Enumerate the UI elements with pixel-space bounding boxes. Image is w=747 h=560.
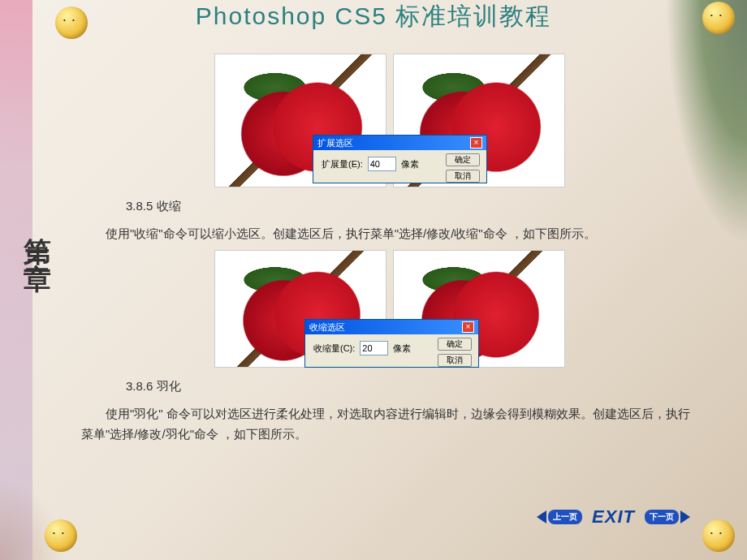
page-title: Photoshop CS5 标准培训教程 — [0, 0, 747, 33]
contract-dialog: 收缩选区 × 收缩量(C): 像素 确定 取消 — [304, 319, 479, 368]
contract-amount-label: 收缩量(C): — [313, 342, 355, 355]
emoji-icon — [702, 519, 735, 552]
exit-button[interactable]: EXIT — [592, 506, 635, 528]
section-386: 3.8.6 羽化 使用"羽化" 命令可以对选区进行柔化处理，对选取内容进行编辑时… — [81, 376, 698, 445]
dialog-titlebar: 扩展选区 × — [313, 136, 486, 150]
dialog-title-text: 收缩选区 — [309, 321, 345, 334]
dialog-buttons: 确定 取消 — [438, 338, 472, 367]
dialog-titlebar: 收缩选区 × — [305, 320, 478, 334]
expand-amount-label: 扩展量(E): — [322, 158, 363, 170]
expand-dialog: 扩展选区 × 扩展量(E): 像素 确定 取消 — [313, 135, 487, 183]
emoji-icon — [55, 6, 88, 39]
arrow-right-icon — [680, 510, 690, 523]
close-icon[interactable]: × — [470, 137, 482, 149]
ok-button[interactable]: 确定 — [446, 153, 480, 166]
section-heading-386: 3.8.6 羽化 — [126, 376, 698, 397]
section-385: 3.8.5 收缩 使用"收缩"命令可以缩小选区。创建选区后，执行菜单"选择/修改… — [81, 196, 698, 243]
next-label: 下一页 — [645, 510, 679, 524]
image-row-expand: 扩展选区 × 扩展量(E): 像素 确定 取消 — [81, 54, 698, 187]
expand-amount-input[interactable] — [368, 157, 396, 171]
emoji-icon — [45, 519, 77, 552]
main-content: 扩展选区 × 扩展量(E): 像素 确定 取消 3.8.5 收缩 使用"收缩"命… — [0, 41, 747, 467]
section-heading-385: 3.8.5 收缩 — [126, 196, 698, 217]
section-body-385: 使用"收缩"命令可以缩小选区。创建选区后，执行菜单"选择/修改/收缩"命令 ，如… — [81, 223, 698, 244]
dialog-buttons: 确定 取消 — [446, 153, 480, 183]
next-button[interactable]: 下一页 — [645, 510, 690, 524]
cancel-button[interactable]: 取消 — [438, 354, 472, 367]
section-body-386: 使用"羽化" 命令可以对选区进行柔化处理，对选取内容进行编辑时，边缘会得到模糊效… — [81, 403, 698, 445]
emoji-icon — [702, 2, 735, 34]
image-row-contract: 收缩选区 × 收缩量(C): 像素 确定 取消 — [81, 250, 698, 368]
close-icon[interactable]: × — [462, 321, 474, 333]
prev-label: 上一页 — [548, 510, 582, 524]
ok-button[interactable]: 确定 — [438, 338, 472, 351]
cancel-button[interactable]: 取消 — [446, 170, 480, 183]
unit-label: 像素 — [401, 158, 419, 170]
unit-label: 像素 — [393, 342, 411, 355]
arrow-left-icon — [537, 510, 546, 523]
prev-button[interactable]: 上一页 — [537, 510, 582, 524]
dialog-title-text: 扩展选区 — [317, 137, 353, 149]
nav-buttons: 上一页 EXIT 下一页 — [537, 506, 690, 528]
contract-amount-input[interactable] — [360, 341, 388, 355]
